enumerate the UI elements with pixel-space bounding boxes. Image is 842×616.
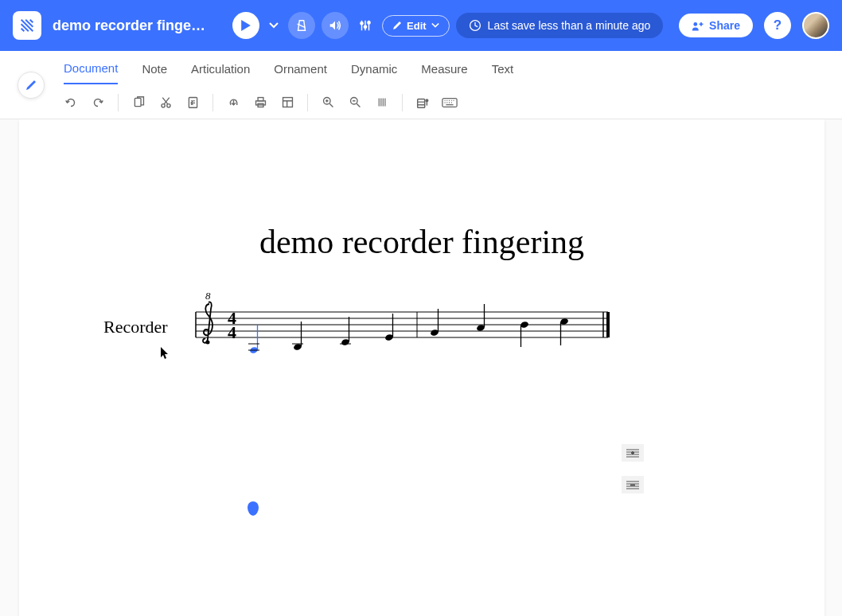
note[interactable]: [292, 322, 303, 351]
share-label: Share: [709, 19, 740, 32]
note[interactable]: [520, 321, 529, 347]
download-button[interactable]: [221, 91, 245, 115]
tab-document[interactable]: Document: [64, 53, 118, 84]
audio-button[interactable]: [322, 12, 349, 39]
remove-staff-button[interactable]: [622, 476, 644, 493]
instruments-button[interactable]: [411, 91, 435, 115]
score-page[interactable]: demo recorder fingering = 80 Recorder: [19, 119, 824, 616]
note[interactable]: [559, 318, 569, 345]
app-logo[interactable]: [13, 11, 41, 40]
svg-rect-12: [283, 98, 292, 107]
edit-mode-button[interactable]: Edit: [382, 15, 450, 37]
svg-point-1: [364, 25, 366, 28]
play-button[interactable]: [232, 12, 259, 39]
save-status: Last save less than a minute ago: [456, 13, 664, 38]
add-staff-button[interactable]: [622, 444, 644, 462]
svg-point-4: [693, 22, 697, 26]
user-avatar[interactable]: [802, 12, 829, 39]
svg-rect-9: [255, 101, 265, 105]
category-tabs: Document Note Articulation Ornament Dyna…: [0, 51, 842, 86]
play-options-dropdown[interactable]: [266, 18, 282, 33]
svg-point-30: [206, 341, 210, 345]
share-button[interactable]: Share: [679, 14, 753, 37]
copy-button[interactable]: [127, 91, 150, 115]
svg-rect-15: [418, 99, 425, 107]
note[interactable]: [384, 314, 394, 341]
svg-point-2: [368, 21, 370, 24]
keyboard-button[interactable]: [438, 91, 462, 115]
help-button[interactable]: ?: [764, 12, 791, 39]
svg-rect-10: [258, 98, 263, 101]
print-button[interactable]: [248, 91, 272, 115]
metronome-button[interactable]: [288, 12, 315, 39]
tab-text[interactable]: Text: [492, 54, 514, 84]
tab-ornament[interactable]: Ornament: [274, 54, 327, 84]
score-title[interactable]: demo recorder fingering: [19, 223, 824, 261]
cut-button[interactable]: [154, 91, 177, 115]
note[interactable]: [248, 325, 259, 354]
edit-pencil-float[interactable]: [18, 72, 45, 99]
svg-rect-5: [134, 98, 141, 106]
tab-measure[interactable]: Measure: [421, 54, 467, 84]
clock-icon: [469, 19, 481, 32]
note[interactable]: [430, 309, 439, 337]
zoom-in-button[interactable]: [316, 91, 340, 115]
svg-point-0: [361, 22, 363, 25]
layout-button[interactable]: [275, 91, 299, 115]
playback-cursor: [248, 501, 259, 516]
redo-button[interactable]: [86, 91, 110, 115]
zoom-out-button[interactable]: [343, 91, 367, 115]
tab-dynamic[interactable]: Dynamic: [351, 54, 397, 84]
treble-clef: [203, 302, 212, 344]
tab-articulation[interactable]: Articulation: [191, 54, 250, 84]
octave-label: 8: [205, 290, 211, 302]
edit-label: Edit: [407, 20, 427, 32]
timesig-den[interactable]: 4: [228, 322, 236, 342]
document-title[interactable]: demo recorder finge…: [53, 18, 205, 34]
mixer-button[interactable]: [355, 15, 376, 36]
paste-button[interactable]: [181, 91, 205, 115]
tab-note[interactable]: Note: [142, 54, 167, 84]
share-icon: [692, 20, 704, 31]
document-toolbar: [0, 86, 842, 119]
barlines-button[interactable]: [370, 91, 394, 115]
staff[interactable]: = 80 Recorder 8: [19, 287, 656, 430]
save-status-text: Last save less than a minute ago: [488, 19, 651, 32]
undo-button[interactable]: [59, 91, 83, 115]
note[interactable]: [476, 304, 485, 332]
instrument-label[interactable]: Recorder: [103, 317, 168, 337]
